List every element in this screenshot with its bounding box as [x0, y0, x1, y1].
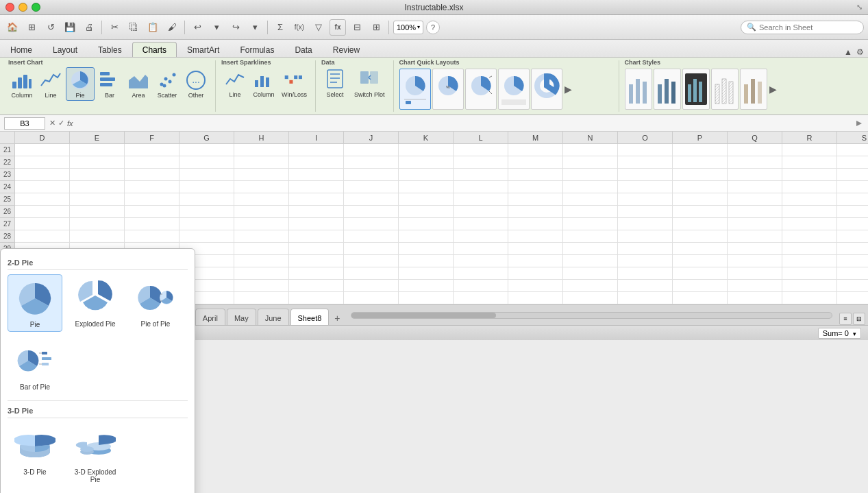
- grid-cell[interactable]: [179, 230, 234, 243]
- grid-cell[interactable]: [399, 193, 454, 206]
- layout-1[interactable]: [399, 69, 431, 110]
- col-header-o[interactable]: O: [618, 132, 673, 144]
- grid-cell[interactable]: [125, 156, 179, 169]
- grid-cell[interactable]: [344, 292, 399, 304]
- grid-cell[interactable]: [125, 206, 179, 218]
- grid-cell[interactable]: [399, 206, 454, 218]
- paste-icon[interactable]: 📋: [145, 19, 161, 36]
- chart-type-bar[interactable]: Bar: [96, 68, 123, 100]
- sum-icon[interactable]: Σ: [272, 19, 288, 36]
- grid-cell[interactable]: [344, 218, 399, 230]
- grid-cell[interactable]: [15, 169, 70, 181]
- grid-cell[interactable]: [508, 144, 563, 156]
- grid-cell[interactable]: [289, 230, 344, 243]
- grid-cell[interactable]: [837, 206, 868, 218]
- grid-cell[interactable]: [454, 206, 508, 218]
- grid-cell[interactable]: [70, 230, 125, 243]
- pivot-icon[interactable]: ⊞: [368, 19, 384, 36]
- grid-cell[interactable]: [454, 193, 508, 206]
- grid-cell[interactable]: [179, 144, 234, 156]
- grid-cell[interactable]: [179, 193, 234, 206]
- tab-june[interactable]: June: [258, 309, 289, 325]
- grid-cell[interactable]: [618, 280, 673, 292]
- grid-cell[interactable]: [454, 267, 508, 280]
- grid-cell[interactable]: [70, 193, 125, 206]
- pie-option-bar-of-pie[interactable]: Bar of Pie: [8, 337, 62, 394]
- grid-cell[interactable]: [728, 218, 782, 230]
- grid-cell[interactable]: [234, 169, 289, 181]
- grid-cell[interactable]: [837, 169, 868, 181]
- col-header-p[interactable]: P: [673, 132, 728, 144]
- grid-cell[interactable]: [837, 218, 868, 230]
- grid-cell[interactable]: [728, 255, 782, 267]
- grid-cell[interactable]: [399, 243, 454, 255]
- grid-cell[interactable]: [344, 255, 399, 267]
- grid-cell[interactable]: [673, 218, 728, 230]
- grid-cell[interactable]: [563, 193, 618, 206]
- grid-cell[interactable]: [837, 193, 868, 206]
- grid-cell[interactable]: [837, 181, 868, 193]
- pie-option-pie[interactable]: Pie: [8, 274, 62, 332]
- grid-cell[interactable]: [454, 230, 508, 243]
- grid-cell[interactable]: [618, 206, 673, 218]
- grid-cell[interactable]: [234, 255, 289, 267]
- maximize-button[interactable]: [32, 3, 40, 12]
- grid-cell[interactable]: [508, 243, 563, 255]
- grid-cell[interactable]: [673, 206, 728, 218]
- col-header-d[interactable]: D: [15, 132, 70, 144]
- function-icon[interactable]: f(x): [291, 19, 308, 36]
- grid-cell[interactable]: [179, 156, 234, 169]
- grid-cell[interactable]: [673, 193, 728, 206]
- grid-cell[interactable]: [234, 181, 289, 193]
- grid-cell[interactable]: [508, 280, 563, 292]
- grid-cell[interactable]: [289, 280, 344, 292]
- col-header-k[interactable]: K: [399, 132, 454, 144]
- grid-cell[interactable]: [344, 144, 399, 156]
- grid-cell[interactable]: [728, 267, 782, 280]
- grid-cell[interactable]: [125, 230, 179, 243]
- grid-cell[interactable]: [15, 193, 70, 206]
- grid-cell[interactable]: [508, 193, 563, 206]
- grid-cell[interactable]: [728, 193, 782, 206]
- grid-cell[interactable]: [782, 193, 837, 206]
- grid-cell[interactable]: [125, 218, 179, 230]
- grid-cell[interactable]: [618, 193, 673, 206]
- grid-cell[interactable]: [125, 169, 179, 181]
- fx-button[interactable]: fx: [67, 119, 73, 128]
- chart-type-column[interactable]: Column: [8, 68, 36, 100]
- grid-cell[interactable]: [399, 230, 454, 243]
- data-select-button[interactable]: Select: [321, 67, 349, 99]
- style-2[interactable]: [654, 69, 681, 110]
- grid-cell[interactable]: [618, 181, 673, 193]
- grid-cell[interactable]: [289, 144, 344, 156]
- style-5[interactable]: [740, 69, 767, 110]
- grid-cell[interactable]: [728, 230, 782, 243]
- tables-icon[interactable]: ⊟: [349, 19, 365, 36]
- zoom-selector[interactable]: 100% ▾: [393, 21, 423, 34]
- tab-data[interactable]: Data: [284, 42, 322, 57]
- page-layout-btn[interactable]: ⊟: [853, 313, 865, 325]
- tab-charts[interactable]: Charts: [132, 42, 177, 57]
- grid-cell[interactable]: [70, 181, 125, 193]
- grid-cell[interactable]: [508, 267, 563, 280]
- minimize-button[interactable]: [18, 3, 27, 12]
- grid-cell[interactable]: [454, 218, 508, 230]
- col-header-s[interactable]: S: [837, 132, 868, 144]
- col-header-r[interactable]: R: [782, 132, 837, 144]
- grid-cell[interactable]: [782, 280, 837, 292]
- grid-cell[interactable]: [673, 292, 728, 304]
- help-icon[interactable]: ?: [426, 21, 440, 34]
- grid-cell[interactable]: [782, 230, 837, 243]
- close-button[interactable]: [5, 3, 14, 12]
- grid-cell[interactable]: [289, 156, 344, 169]
- grid-cell[interactable]: [399, 255, 454, 267]
- collapse-ribbon-icon[interactable]: ▲: [844, 47, 852, 57]
- grid-cell[interactable]: [399, 156, 454, 169]
- layout-5[interactable]: [531, 69, 562, 110]
- grid-cell[interactable]: [782, 267, 837, 280]
- window-controls[interactable]: [5, 3, 40, 12]
- grid-cell[interactable]: [344, 280, 399, 292]
- grid-cell[interactable]: [344, 193, 399, 206]
- layout-3[interactable]: [465, 69, 497, 110]
- grid-cell[interactable]: [673, 267, 728, 280]
